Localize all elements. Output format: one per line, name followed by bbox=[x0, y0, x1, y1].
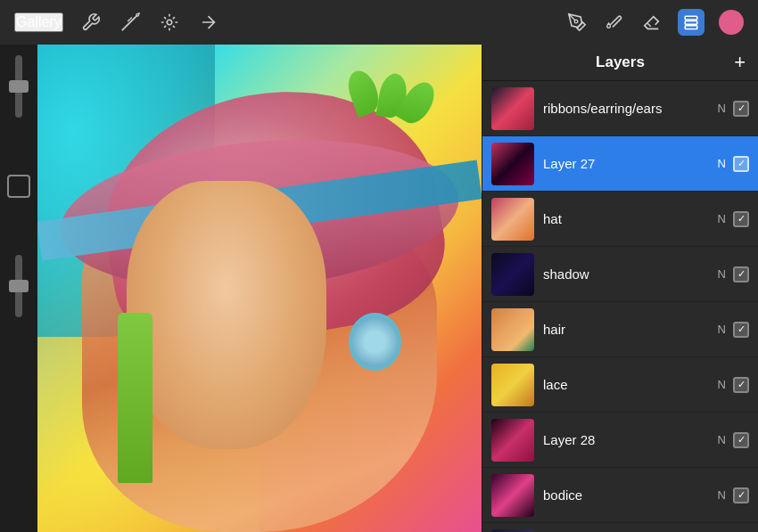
top-bar: Gallery bbox=[0, 0, 758, 45]
opacity-slider[interactable] bbox=[15, 55, 22, 118]
layer-name-hair: hair bbox=[543, 322, 709, 337]
layer-item-hair[interactable]: hairN bbox=[482, 302, 758, 357]
layer-checkbox-bodice[interactable] bbox=[733, 487, 749, 503]
layers-add-button[interactable]: + bbox=[734, 53, 746, 72]
layer-thumbnail-body bbox=[491, 529, 534, 533]
layer-name-hat: hat bbox=[543, 211, 709, 226]
eraser-tool-icon[interactable] bbox=[640, 11, 663, 34]
size-slider[interactable] bbox=[15, 255, 22, 317]
popsicle bbox=[118, 313, 153, 483]
layer-thumbnail-hair bbox=[491, 308, 534, 351]
layer-name-ribbons: ribbons/earring/ears bbox=[543, 101, 709, 116]
size-slider-handle[interactable] bbox=[9, 280, 29, 292]
layers-header: Layers + bbox=[482, 45, 758, 81]
magic-wand-icon[interactable] bbox=[119, 11, 142, 34]
top-bar-right bbox=[565, 9, 744, 36]
layer-item-lace[interactable]: laceN bbox=[482, 357, 758, 413]
layers-list: ribbons/earring/earsNLayer 27NhatNshadow… bbox=[482, 81, 758, 532]
layers-panel: Layers + ribbons/earring/earsNLayer 27Nh… bbox=[482, 45, 758, 532]
layer-mode-hat: N bbox=[718, 212, 726, 225]
move-icon[interactable] bbox=[197, 11, 220, 34]
pen-tool-icon[interactable] bbox=[565, 11, 589, 34]
layer-item-ribbons[interactable]: ribbons/earring/earsN bbox=[482, 81, 758, 136]
top-bar-left: Gallery bbox=[14, 11, 220, 34]
layer-mode-shadow: N bbox=[718, 267, 726, 281]
layer-checkbox-lace[interactable] bbox=[733, 377, 749, 393]
layer-checkbox-layer28[interactable] bbox=[733, 432, 749, 448]
layer-item-layer28[interactable]: Layer 28N bbox=[482, 413, 758, 468]
layer-thumbnail-hat bbox=[491, 198, 534, 241]
layer-item-shadow[interactable]: shadowN bbox=[482, 247, 758, 302]
layer-item-body[interactable]: bodyN› bbox=[482, 523, 758, 532]
layer-mode-ribbons: N bbox=[718, 102, 726, 115]
svg-rect-6 bbox=[685, 21, 697, 25]
layer-mode-hair: N bbox=[718, 323, 726, 336]
layer-checkbox-hat[interactable] bbox=[733, 211, 749, 227]
left-sidebar bbox=[0, 45, 37, 532]
layer-checkbox-hair[interactable] bbox=[733, 322, 749, 338]
layer-checkbox-ribbons[interactable] bbox=[733, 101, 749, 117]
canvas-frame bbox=[7, 175, 30, 198]
svg-point-3 bbox=[167, 20, 172, 25]
face bbox=[127, 181, 326, 449]
svg-rect-5 bbox=[685, 16, 697, 20]
layer-thumbnail-layer28 bbox=[491, 419, 534, 462]
layer-checkbox-shadow[interactable] bbox=[733, 266, 749, 282]
layer-mode-lace: N bbox=[718, 378, 726, 391]
layer-name-lace: lace bbox=[543, 377, 709, 392]
gallery-button[interactable]: Gallery bbox=[14, 12, 63, 32]
layer-mode-bodice: N bbox=[718, 488, 726, 502]
leaves bbox=[349, 69, 438, 166]
layer-thumbnail-ribbons bbox=[491, 87, 534, 130]
layer-item-layer27[interactable]: Layer 27N bbox=[482, 136, 758, 192]
layer-mode-layer27: N bbox=[718, 157, 726, 170]
illustration bbox=[37, 45, 482, 532]
layer-thumbnail-lace bbox=[491, 364, 534, 406]
layer-checkbox-layer27[interactable] bbox=[733, 156, 749, 172]
layer-thumbnail-layer27 bbox=[491, 143, 534, 185]
layer-name-shadow: shadow bbox=[543, 266, 709, 282]
layer-name-bodice: bodice bbox=[543, 487, 709, 503]
canvas-area[interactable] bbox=[37, 45, 482, 532]
color-swatch[interactable] bbox=[719, 10, 744, 35]
svg-rect-7 bbox=[685, 26, 697, 29]
layers-panel-button[interactable] bbox=[678, 9, 704, 36]
opacity-slider-handle[interactable] bbox=[9, 80, 29, 93]
brush-tool-icon[interactable] bbox=[603, 11, 626, 34]
main-content: Layers + ribbons/earring/earsNLayer 27Nh… bbox=[0, 45, 758, 532]
layer-thumbnail-bodice bbox=[491, 474, 534, 517]
layer-item-hat[interactable]: hatN bbox=[482, 192, 758, 247]
layers-title: Layers bbox=[596, 53, 645, 71]
svg-line-1 bbox=[122, 28, 125, 30]
layer-name-layer27: Layer 27 bbox=[543, 156, 709, 171]
svg-point-4 bbox=[574, 20, 578, 23]
layer-mode-layer28: N bbox=[718, 433, 726, 446]
layer-item-bodice[interactable]: bodiceN bbox=[482, 468, 758, 523]
wrench-icon[interactable] bbox=[79, 11, 103, 34]
layer-thumbnail-shadow bbox=[491, 253, 534, 296]
transform-icon[interactable] bbox=[158, 11, 181, 34]
layer-name-layer28: Layer 28 bbox=[543, 432, 709, 447]
